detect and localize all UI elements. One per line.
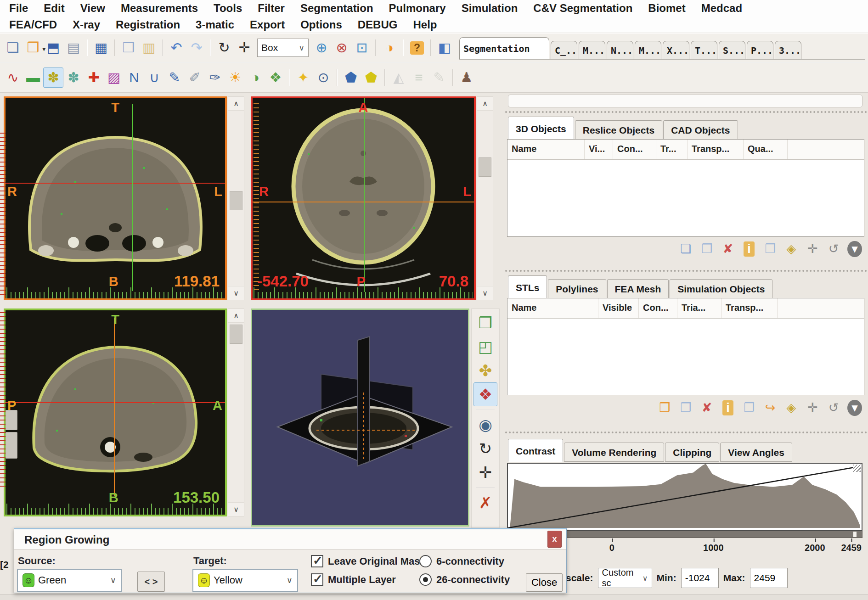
tab-x[interactable]: X... [663,41,689,59]
tab-p[interactable]: P... [747,41,773,59]
menu-view[interactable]: View [80,2,105,15]
menu-x-ray[interactable]: X-ray [73,18,100,31]
contrast-histogram[interactable] [507,463,862,531]
erase-tool-icon[interactable]: ✐ [185,67,205,88]
stl-table[interactable]: NameVisibleCon...Tria...Transp... [507,298,864,395]
zoom-out-icon[interactable]: ⊗ [332,38,352,58]
column-header-con[interactable]: Con... [613,140,656,159]
rotate-view-icon[interactable]: ↻ [473,437,497,460]
image-matrix-icon[interactable]: ▦ [91,38,111,58]
tab-t[interactable]: T... [691,41,717,59]
zoom-in-icon[interactable]: ⊕ [311,38,332,58]
intersection-lines-icon[interactable]: ✗ [473,491,497,515]
menu-filter[interactable]: Filter [258,2,285,15]
tag-yellow-icon[interactable]: ⬟ [361,67,381,88]
delete-stl-icon[interactable]: ✘ [697,398,716,417]
tab-m[interactable]: M... [579,41,605,59]
tab-stls[interactable]: STLs [508,275,547,298]
tab-simulation-objects[interactable]: Simulation Objects [670,279,772,298]
column-header-vi[interactable]: Vi... [585,140,613,159]
menu-edit[interactable]: Edit [44,2,64,15]
scroll-thumb[interactable] [230,325,242,344]
export-stl-icon[interactable]: ↪ [761,398,780,417]
tab-s[interactable]: S... [719,41,745,59]
twentysix-connectivity-radio[interactable]: 26-connectivity [419,573,510,586]
print-icon[interactable]: ▤ [63,38,84,58]
tab-volume-rendering[interactable]: Volume Rendering [564,443,664,462]
radio-icon[interactable] [419,555,432,567]
leave-original-mask-checkbox[interactable]: Leave Original Mask [311,555,426,567]
scroll-down-icon[interactable]: ∨ [477,286,493,300]
morphology-operations-icon[interactable]: ✚ [84,67,104,88]
contrast-info-icon[interactable]: ◑ [379,38,400,58]
properties-stl-icon[interactable]: i [718,398,738,417]
scroll-thumb[interactable] [230,191,242,210]
menu-pulmonary[interactable]: Pulmonary [389,2,446,15]
duplicate-stl-icon[interactable]: ❒ [676,398,695,417]
column-header-transp[interactable]: Transp... [688,140,744,159]
tab-n[interactable]: N... [607,41,633,59]
column-header-tria[interactable]: Tria... [677,298,721,318]
multislice-edit-icon[interactable]: ✑ [205,67,225,88]
profile-lines-icon[interactable]: ∿ [3,67,23,88]
show-3d-icon[interactable]: ◈ [782,239,801,258]
max-input[interactable] [750,568,788,588]
menu-registration[interactable]: Registration [116,18,180,31]
scale-dropdown[interactable]: Custom sc ∨ [598,568,652,588]
panel-separator[interactable] [505,432,867,433]
close-button[interactable]: Close [526,573,563,592]
tab-contrast[interactable]: Contrast [508,439,563,462]
move-stl-icon[interactable]: ✛ [803,398,822,417]
column-header-filler[interactable] [778,298,864,318]
tab-view-angles[interactable]: View Angles [720,443,792,462]
menu-fea-cfd[interactable]: FEA/CFD [9,18,57,31]
viewport-sagittal[interactable]: T P A B 153.50 [4,308,227,516]
target-dropdown[interactable]: ☺ Yellow ∨ [192,569,298,592]
viewport-3d[interactable] [251,308,469,527]
fea-disc-icon[interactable]: ≡ [409,67,429,88]
viewport-coronal[interactable]: T R L B 119.81 [4,96,227,300]
sagittal-scrollbar[interactable]: ∧ ∨ [228,308,244,516]
dynamic-region-growing-icon[interactable]: ✽ [63,67,84,88]
crosshair-horizontal[interactable] [6,183,225,184]
min-input[interactable] [681,568,719,588]
ruler-handle[interactable] [6,432,17,459]
more-actions-icon[interactable]: ▾ [845,239,864,258]
menu-help[interactable]: Help [413,18,437,31]
tag-blue-icon[interactable]: ⬟ [341,67,361,88]
column-header-visible[interactable]: Visible [598,298,639,318]
menu-measurements[interactable]: Measurements [121,2,198,15]
crosshair-horizontal[interactable] [253,202,474,202]
scroll-down-icon[interactable]: ∨ [228,502,244,516]
calculate-3d-icon[interactable]: ✦ [293,67,313,88]
paste-icon[interactable]: ▥ [139,38,159,58]
orthogonal-views-icon[interactable]: ◰ [473,335,497,359]
menu-debug[interactable]: DEBUG [358,18,398,31]
visibility-eye-icon[interactable]: ◉ [473,413,497,437]
menu-export[interactable]: Export [250,18,285,31]
dialog-title-bar[interactable]: Region Growing x [14,529,566,550]
new-project-icon[interactable]: ❏ [3,38,23,58]
multiple-layer-checkbox[interactable]: Multiple Layer [311,573,396,586]
checkbox-checked-icon[interactable] [311,555,323,567]
menu-3-matic[interactable]: 3-matic [196,18,234,31]
panel-separator[interactable] [505,111,867,113]
copy-icon[interactable]: ❒ [118,38,139,58]
crosshair-vertical[interactable] [364,98,365,292]
scene-views-icon[interactable]: ❒ [473,311,497,335]
axial-scrollbar[interactable]: ∧ ∨ [477,96,493,300]
menu-segmentation[interactable]: Segmentation [300,2,373,15]
zoom-box-icon[interactable]: ⊡ [352,38,372,58]
tab-3d-objects[interactable]: 3D Objects [508,117,574,140]
more-stl-actions-icon[interactable]: ▾ [845,398,864,417]
source-dropdown[interactable]: ☺ Green ∨ [17,569,122,592]
rotate-stl-icon[interactable]: ↺ [824,398,843,417]
region-growing-icon[interactable]: ✽ [43,67,63,88]
menu-medcad[interactable]: Medcad [701,2,742,15]
column-header-transp[interactable]: Transp... [721,298,778,318]
radio-selected-icon[interactable] [419,573,432,586]
region-growing-dialog[interactable]: Region Growing x Source: ☺ Green ∨ < > T… [14,528,567,593]
scroll-up-icon[interactable]: ∧ [477,97,493,111]
crosshair-vertical[interactable] [114,318,115,496]
person-measurement-icon[interactable]: ♟ [457,67,477,88]
